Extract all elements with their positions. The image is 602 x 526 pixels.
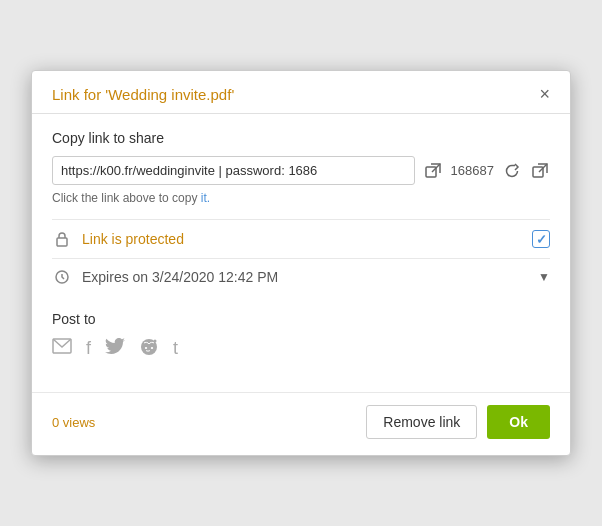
view-count: 168687 [451, 163, 494, 178]
views-label: views [59, 415, 95, 430]
remove-link-button[interactable]: Remove link [366, 405, 477, 439]
svg-rect-2 [57, 238, 67, 246]
share-link-modal: Link for 'Wedding invite.pdf' × Copy lin… [31, 70, 571, 456]
link-row: 168687 [52, 156, 550, 185]
modal-header: Link for 'Wedding invite.pdf' × [32, 71, 570, 114]
link-protected-label: Link is protected [82, 231, 522, 247]
title-filename: Wedding invite.pdf [108, 86, 231, 103]
facebook-icon[interactable]: f [86, 338, 91, 359]
open-link-button[interactable] [423, 161, 443, 181]
clock-icon [52, 269, 72, 285]
expires-row: Expires on 3/24/2020 12:42 PM ▼ [52, 258, 550, 295]
modal-title: Link for 'Wedding invite.pdf' [52, 86, 234, 103]
social-icons: f [52, 337, 550, 360]
svg-point-6 [145, 347, 147, 349]
modal-footer: 0 views Remove link Ok [32, 392, 570, 455]
post-label: Post to [52, 311, 550, 327]
footer-buttons: Remove link Ok [366, 405, 550, 439]
view-count-area: 168687 [451, 163, 494, 178]
copy-link-label: Copy link to share [52, 130, 550, 146]
title-prefix: Link for ' [52, 86, 108, 103]
expires-label: Expires on 3/24/2020 12:42 PM [82, 269, 528, 285]
svg-point-8 [154, 340, 157, 343]
twitter-icon[interactable] [105, 338, 125, 359]
edit-link-button[interactable] [530, 161, 550, 181]
click-hint: Click the link above to copy it. [52, 191, 550, 205]
hint-link[interactable]: it. [201, 191, 210, 205]
title-suffix: ' [231, 86, 234, 103]
refresh-button[interactable] [502, 161, 522, 181]
close-button[interactable]: × [539, 85, 550, 103]
views-text: 0 views [52, 415, 95, 430]
svg-point-7 [151, 347, 153, 349]
expires-dropdown[interactable]: ▼ [538, 270, 550, 284]
post-section: Post to f [52, 311, 550, 360]
ok-button[interactable]: Ok [487, 405, 550, 439]
lock-icon [52, 231, 72, 247]
link-input[interactable] [52, 156, 415, 185]
link-protected-checkbox[interactable] [532, 230, 550, 248]
reddit-icon[interactable] [139, 337, 159, 360]
link-protected-row: Link is protected [52, 219, 550, 258]
tumblr-icon[interactable]: t [173, 338, 178, 359]
modal-body: Copy link to share 168687 [32, 114, 570, 392]
email-icon[interactable] [52, 338, 72, 359]
